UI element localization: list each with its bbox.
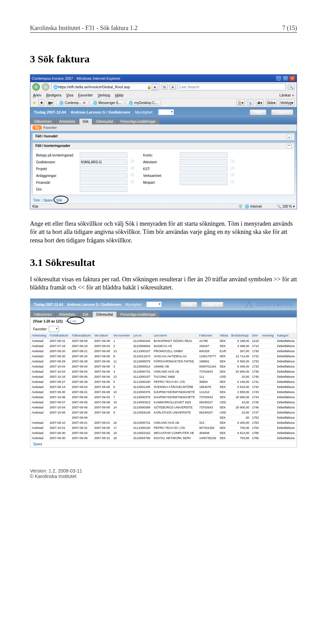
input-attestant[interactable] [180, 159, 228, 165]
print-icon[interactable]: 🖶▾ [256, 100, 264, 106]
app-tab-arbetslista[interactable]: Arbetslista [56, 119, 79, 124]
table-row[interactable]: Avslutad2007-09-202007-08-212007-09-0813… [30, 349, 297, 354]
feeds-icon[interactable]: 📡 [247, 100, 254, 106]
spara-link[interactable]: Spara [30, 441, 297, 447]
column-header[interactable]: Fakturadatum [71, 333, 93, 339]
input-verksamhet[interactable] [180, 173, 228, 178]
search-bar[interactable] [178, 84, 286, 90]
add-favorite-icon[interactable]: ✚ [38, 100, 45, 106]
app-tab-personliga-inställningar[interactable]: Personliga inställningar [117, 312, 159, 317]
refresh-icon[interactable]: ↻ [161, 84, 168, 90]
column-header[interactable]: Kategori [276, 333, 297, 339]
table-row[interactable]: Avslutad2007-09-072007-09-062007-09-0815… [30, 400, 297, 405]
search-input[interactable] [180, 85, 284, 89]
page-menu[interactable]: Sida▾ [266, 100, 277, 106]
table-row[interactable]: Avslutad2007-09-142007-09-042007-09-0863… [30, 385, 297, 390]
help-button[interactable]: Hjälp [181, 302, 197, 308]
input-kst[interactable] [180, 166, 228, 171]
table-row[interactable]: Avslutad2007-07-182007-06-182007-09-0423… [30, 344, 297, 349]
input-projekt[interactable] [80, 166, 127, 171]
app-tab-sök[interactable]: Sök [79, 312, 92, 317]
column-header[interactable]: Ver.datum [93, 333, 112, 339]
table-row[interactable]: Avslutad2007-09-272007-08-282007-09-0654… [30, 379, 297, 385]
address-bar[interactable]: 🌐 🔒 ▾ [51, 84, 159, 90]
browser-tab[interactable]: 🌐Contemp...✕ [56, 100, 89, 106]
table-row[interactable]: Avslutad2007-10-042007-09-042007-09-0833… [30, 364, 297, 369]
column-header[interactable]: IDnr [251, 333, 261, 339]
app-tab-sök[interactable]: Sök [79, 119, 92, 124]
table-row[interactable]: Avslutad2007-10-042007-09-062007-09-0814… [30, 405, 297, 410]
lookup-icon[interactable]: 📄 [130, 173, 135, 178]
ie-menu-item[interactable]: Visa [66, 93, 73, 97]
spara-link[interactable]: Spara [44, 198, 53, 202]
minimize-icon[interactable]: _ [276, 76, 282, 81]
favoriter-select[interactable] [49, 326, 59, 332]
column-header[interactable]: Ansvarig [261, 333, 276, 339]
zoom-icon[interactable]: 🔍 [277, 205, 281, 208]
collapse-icon[interactable]: ⌃ [287, 144, 292, 149]
table-row[interactable]: Avslutad2007-09-302007-09-012007-09-0810… [30, 390, 297, 395]
sok-link[interactable]: Sök [56, 198, 62, 202]
tab-grid-icon[interactable]: ▦▾ [47, 100, 54, 106]
links-label[interactable]: Länkar » [279, 93, 294, 97]
input-anlaggningar[interactable] [80, 173, 127, 178]
ie-menu-item[interactable]: Verktyg [98, 93, 110, 97]
logout-button[interactable]: Logga ut [271, 109, 293, 115]
input-godkannare[interactable]: KIANLARS-G [80, 159, 127, 165]
tools-menu[interactable]: Verktyg▾ [279, 100, 295, 106]
app-tab-sökresultat[interactable]: Sökresultat [93, 119, 116, 124]
column-header[interactable]: Valuta [218, 333, 230, 339]
column-header[interactable]: Lev.nr [132, 333, 152, 339]
myndighet-select[interactable]: KI K1 [146, 301, 162, 308]
browser-tab[interactable]: 🌐myDesktop C... [126, 100, 160, 106]
url-input[interactable] [58, 85, 145, 89]
lookup-icon[interactable]: 📄 [230, 180, 235, 185]
browser-tab[interactable]: 🌐Messenger E... [90, 100, 124, 106]
lookup-icon[interactable]: 📄 [230, 173, 235, 178]
ie-menu-item[interactable]: Arkiv [33, 93, 41, 97]
input-dnr[interactable] [80, 186, 127, 192]
favorites-star-icon[interactable]: ★ [32, 100, 36, 105]
input-belopp[interactable] [80, 152, 127, 158]
maximize-icon[interactable]: □ [282, 76, 289, 81]
app-tab-sökresultat[interactable]: Sökresultat [93, 312, 116, 317]
input-konto[interactable] [180, 152, 228, 158]
table-row[interactable]: Avslutad2007-08-312007-08-092007-09-0812… [30, 339, 297, 344]
column-header[interactable]: Arbetssteg [30, 333, 48, 339]
ie-menu-item[interactable]: Redigera [46, 93, 61, 97]
table-row[interactable]: Avslutad2007-10-062007-09-062007-09-0692… [30, 410, 297, 415]
input-finansiar[interactable] [80, 180, 127, 185]
back-icon[interactable]: ← [32, 83, 40, 91]
collapse-icon[interactable]: ⌄ [287, 134, 292, 139]
pager-nav[interactable]: << | >> [65, 319, 76, 323]
table-row[interactable]: 2007-09-06SEK,001782Debetfaktura [30, 415, 297, 420]
home-icon[interactable]: 🏠▾ [236, 100, 245, 106]
lookup-icon[interactable]: 📄 [130, 160, 135, 164]
table-row[interactable]: Avslutad2007-09-302007-09-042007-09-0619… [30, 431, 297, 436]
ny-pill[interactable]: Ny [32, 125, 42, 130]
myndighet-select[interactable]: KI K1 [158, 109, 174, 115]
lookup-icon[interactable]: 📄 [230, 166, 235, 171]
table-row[interactable]: Avslutad2007-09-282007-08-282007-09-0611… [30, 359, 297, 364]
search-go-icon[interactable]: 🔍 [288, 84, 295, 90]
app-tab-välkommen[interactable]: Välkommen [30, 119, 55, 124]
column-header[interactable]: Bruttobelopp [230, 333, 251, 339]
column-header[interactable]: Lev.namn [152, 333, 198, 339]
table-row[interactable]: Avslutad2007-09-202007-08-202007-09-0883… [30, 354, 297, 359]
lookup-icon[interactable]: 📄 [130, 180, 135, 185]
app-tab-personliga-inställningar[interactable]: Personliga inställningar [117, 119, 159, 124]
table-row[interactable]: Avslutad2007-09-302007-09-062007-08-3118… [30, 436, 297, 441]
close-icon[interactable]: ✕ [289, 76, 295, 81]
input-motpart[interactable] [180, 180, 228, 185]
tom-link[interactable]: Töm [33, 198, 40, 202]
table-row[interactable]: Avslutad2007-10-062007-09-062007-09-0372… [30, 395, 297, 400]
table-row[interactable]: Avslutad2007-10-162007-09-062007-09-0612… [30, 374, 297, 379]
help-button[interactable]: Hjälp [250, 109, 266, 115]
table-row[interactable]: Avslutad2007-10-012007-08-312007-09-0817… [30, 425, 297, 431]
ie-menu-item[interactable]: Hjälp [115, 93, 123, 97]
forward-icon[interactable]: → [42, 83, 49, 91]
app-tab-välkommen[interactable]: Välkommen [30, 312, 55, 317]
column-header[interactable]: Ver.nummer [112, 333, 132, 339]
column-header[interactable]: Fakturanr [198, 333, 218, 339]
url-dropdown-icon[interactable]: ▾ [152, 84, 158, 90]
